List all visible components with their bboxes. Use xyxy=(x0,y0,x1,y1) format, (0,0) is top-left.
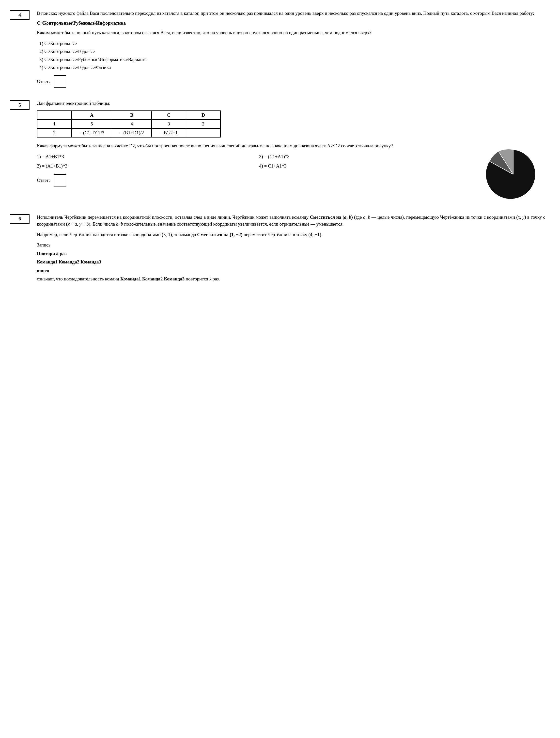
question-5-number: 5 xyxy=(10,100,29,110)
q4-option-1: 1) С:\Контрольные xyxy=(39,40,545,47)
row1-b: 4 xyxy=(112,119,152,128)
q4-text-1: В поисках нужного файла Вася последовате… xyxy=(37,10,545,17)
question-4-number: 4 xyxy=(10,10,29,20)
col-empty xyxy=(37,111,72,119)
question-6-block: 6 Исполнитель Чертёжник перемещается на … xyxy=(10,214,545,286)
row1-d: 2 xyxy=(186,119,221,128)
q4-options: 1) С:\Контрольные 2) С:\Контрольные\Годо… xyxy=(39,40,545,71)
question-5-block: 5 Дан фрагмент электронной таблицы: A B … xyxy=(10,100,545,202)
q5-text-after: Какая формула может быть записана в ячей… xyxy=(37,142,472,149)
question-5-content: Дан фрагмент электронной таблицы: A B C … xyxy=(37,100,545,202)
col-d: D xyxy=(186,111,221,119)
q5-option-1: 1) = A1+B1*3 xyxy=(37,153,249,160)
page: 4 В поисках нужного файла Вася последова… xyxy=(0,0,560,308)
q4-answer-line: Ответ: xyxy=(37,75,545,87)
table-row-2: 2 = (C1–D1)*3 = (B1+D1)/2 = B1/2+1 xyxy=(37,128,221,137)
q5-option-3: 3) = (C1+A1)*3 xyxy=(259,153,472,160)
col-b: B xyxy=(112,111,152,119)
q6-text-7: означает, что последовательность команд … xyxy=(37,276,545,283)
q5-options: 1) = A1+B1*3 3) = (C1+A1)*3 2) = (A1+B1)… xyxy=(37,153,472,170)
q5-main-layout: Какая формула может быть записана в ячей… xyxy=(37,142,545,202)
q5-answer-label: Ответ: xyxy=(37,177,50,183)
q5-left-col: Какая формула может быть записана в ячей… xyxy=(37,142,472,187)
q4-option-4: 4) С:\Контрольные\Годовые\Физика xyxy=(39,63,545,71)
question-6-content: Исполнитель Чертёжник перемещается на ко… xyxy=(37,214,545,286)
row2-c: = B1/2+1 xyxy=(152,128,186,137)
q5-pie-chart-container xyxy=(481,142,545,202)
q4-text-2: Каким может быть полный путь каталога, в… xyxy=(37,29,545,36)
q6-text-4: Повтори k раз xyxy=(37,250,545,257)
row2-label: 2 xyxy=(37,128,72,137)
q5-answer-box[interactable] xyxy=(54,174,66,187)
q5-option-4: 4) = C1+A1*3 xyxy=(259,162,472,170)
q6-text-6: конец xyxy=(37,267,545,274)
q4-path: C:\Контрольные\Рубежные\Информатика xyxy=(37,20,545,26)
q5-option-2: 2) = (A1+B1)*3 xyxy=(37,162,249,170)
col-a: A xyxy=(72,111,112,119)
q4-answer-label: Ответ: xyxy=(37,79,50,84)
q5-answer-line: Ответ: xyxy=(37,174,472,187)
q5-table: A B C D 1 5 4 3 2 2 xyxy=(37,110,221,137)
q6-text-3: Запись xyxy=(37,242,545,249)
question-4-block: 4 В поисках нужного файла Вася последова… xyxy=(10,10,545,87)
q4-option-2: 2) С:\Контрольные\Годовые xyxy=(39,47,545,55)
question-6-number: 6 xyxy=(10,214,29,224)
row2-a: = (C1–D1)*3 xyxy=(72,128,112,137)
question-4-content: В поисках нужного файла Вася последовате… xyxy=(37,10,545,87)
table-row-1: 1 5 4 3 2 xyxy=(37,119,221,128)
row1-a: 5 xyxy=(72,119,112,128)
q6-text-2: Например, если Чертёжник находится в точ… xyxy=(37,231,545,238)
q4-option-3: 3) С:\Контрольные\Рубежные\Информатика\В… xyxy=(39,56,545,63)
q6-text-5: Команда1 Команда2 Команда3 xyxy=(37,259,545,266)
q6-text-1: Исполнитель Чертёжник перемещается на ко… xyxy=(37,214,545,228)
col-c: C xyxy=(152,111,186,119)
q5-intro: Дан фрагмент электронной таблицы: xyxy=(37,100,545,107)
q4-answer-box[interactable] xyxy=(54,75,66,87)
pie-chart xyxy=(486,147,540,202)
row1-label: 1 xyxy=(37,119,72,128)
row2-d xyxy=(186,128,221,137)
row2-b: = (B1+D1)/2 xyxy=(112,128,152,137)
row1-c: 3 xyxy=(152,119,186,128)
